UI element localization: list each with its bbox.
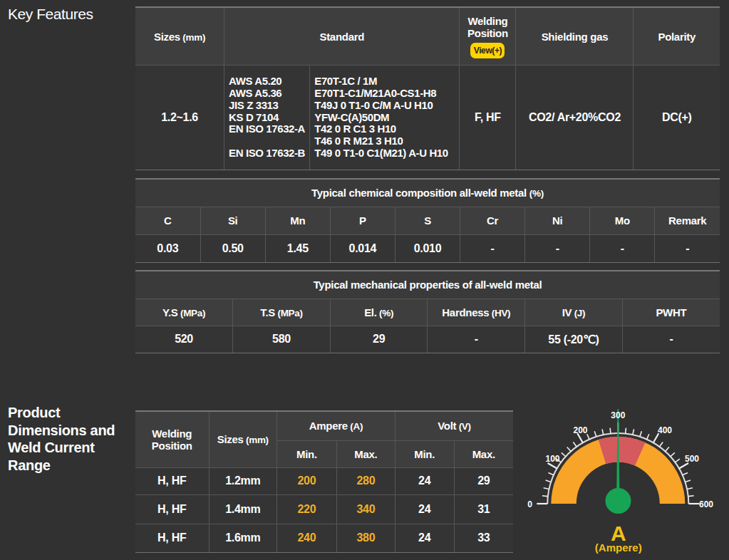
svg-text:600: 600 [699,499,713,509]
svg-text:300: 300 [611,410,625,420]
svg-text:200: 200 [573,425,587,435]
svg-text:0: 0 [527,499,532,509]
svg-text:500: 500 [685,454,699,464]
svg-text:400: 400 [658,425,672,435]
svg-text:100: 100 [545,454,559,464]
svg-text:(Ampere): (Ampere) [595,541,642,554]
